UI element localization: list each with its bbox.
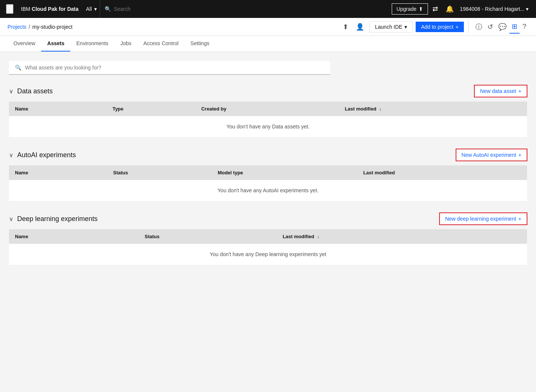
connect-icon: ⇄ — [432, 5, 438, 13]
add-to-project-label: Add to project — [421, 24, 453, 30]
comments-button[interactable]: 💬 — [496, 21, 509, 33]
connect-icon-button[interactable]: ⇄ — [429, 2, 441, 16]
autoai-col-status[interactable]: Status — [107, 165, 212, 180]
tabs-navigation: Overview Assets Environments Jobs Access… — [0, 36, 536, 52]
new-autoai-experiment-button[interactable]: New AutoAI experiment + — [456, 149, 527, 161]
data-assets-col-name[interactable]: Name — [9, 102, 107, 116]
assets-search-input[interactable] — [25, 65, 324, 71]
hamburger-icon: ☰ — [7, 5, 13, 13]
comment-icon: 💬 — [498, 23, 506, 31]
new-autoai-label: New AutoAI experiment — [462, 152, 516, 158]
autoai-empty-message: You don't have any AutoAI experiments ye… — [9, 180, 527, 201]
autoai-col-last-modified[interactable]: Last modified — [357, 165, 527, 180]
tab-settings[interactable]: Settings — [185, 36, 216, 52]
data-assets-col-last-modified[interactable]: Last modified ↓ — [339, 102, 527, 116]
deep-learning-collapse-icon[interactable]: ∨ — [9, 215, 13, 223]
project-name-breadcrumb: my-studio-project — [32, 24, 72, 30]
sort-icon-deep: ↓ — [317, 234, 319, 239]
deep-learning-col-name[interactable]: Name — [9, 229, 139, 244]
data-assets-empty-message: You don't have any Data assets yet. — [9, 116, 527, 137]
help-icon: ? — [523, 23, 526, 31]
all-menu[interactable]: All ▾ — [83, 0, 100, 18]
launch-ide-label: Launch IDE — [375, 24, 402, 30]
autoai-col-name[interactable]: Name — [9, 165, 107, 180]
launch-ide-button[interactable]: Launch IDE ▾ — [369, 21, 413, 32]
deep-learning-empty-row: You don't have any Deep learning experim… — [9, 244, 527, 265]
data-assets-collapse-icon[interactable]: ∨ — [9, 88, 13, 95]
global-search[interactable]: 🔍 — [105, 6, 387, 12]
autoai-section-title: AutoAI experiments — [17, 151, 76, 159]
data-assets-title-area: ∨ Data assets — [9, 87, 53, 95]
history-button[interactable]: ↺ — [485, 21, 495, 33]
launch-ide-chevron-icon: ▾ — [404, 24, 407, 30]
history-icon: ↺ — [487, 23, 493, 31]
grid-icon: ⊞ — [512, 22, 517, 31]
user-label-text: 1984008 - Richard Hagart... — [460, 6, 524, 12]
tab-overview[interactable]: Overview — [7, 36, 41, 52]
search-icon: 🔍 — [105, 6, 111, 12]
all-chevron-icon: ▾ — [94, 6, 97, 12]
upload-button[interactable]: ⬆ — [341, 21, 351, 33]
deep-learning-empty-message: You don't have any Deep learning experim… — [9, 244, 527, 265]
new-autoai-plus-icon: + — [518, 152, 521, 158]
tab-access-control[interactable]: Access Control — [137, 36, 184, 52]
new-data-asset-plus-icon: + — [518, 88, 521, 94]
data-assets-section-title: Data assets — [17, 87, 53, 95]
deep-learning-section: ∨ Deep learning experiments New deep lea… — [9, 213, 527, 265]
data-assets-col-created-by[interactable]: Created by — [195, 102, 339, 116]
autoai-title-area: ∨ AutoAI experiments — [9, 151, 76, 159]
autoai-table-header-row: Name Status Model type Last modified — [9, 165, 527, 180]
deep-learning-col-status[interactable]: Status — [139, 229, 277, 244]
autoai-empty-row: You don't have any AutoAI experiments ye… — [9, 180, 527, 201]
all-label: All — [86, 6, 92, 12]
bell-icon: 🔔 — [446, 5, 454, 13]
brand-name: IBM Cloud Pak for Data — [21, 6, 78, 12]
add-collaborator-button[interactable]: 👤 — [354, 21, 366, 33]
upgrade-button[interactable]: Upgrade ⬆ — [392, 3, 428, 15]
sub-nav-actions: ⬆ 👤 Launch IDE ▾ Add to project + — [341, 21, 464, 33]
new-deep-learning-label: New deep learning experiment — [445, 216, 516, 222]
hamburger-menu-button[interactable]: ☰ — [6, 4, 13, 14]
tab-environments[interactable]: Environments — [70, 36, 114, 52]
data-assets-empty-row: You don't have any Data assets yet. — [9, 116, 527, 137]
add-to-project-button[interactable]: Add to project + — [416, 22, 464, 32]
notifications-button[interactable]: 🔔 — [443, 2, 457, 16]
data-assets-section: ∨ Data assets New data asset + Name Type… — [9, 85, 527, 137]
tab-jobs[interactable]: Jobs — [114, 36, 138, 52]
autoai-col-model-type[interactable]: Model type — [212, 165, 357, 180]
sub-navigation: Projects / my-studio-project ⬆ 👤 Launch … — [0, 18, 536, 36]
view-toggle-button[interactable]: ⊞ — [509, 20, 520, 34]
data-assets-table: Name Type Created by Last modified ↓ You… — [9, 102, 527, 137]
deep-learning-section-title: Deep learning experiments — [17, 215, 98, 223]
user-menu[interactable]: 1984008 - Richard Hagart... ▾ — [458, 6, 530, 12]
sort-icon: ↓ — [379, 106, 382, 112]
assets-search-bar[interactable]: 🔍 — [9, 61, 330, 75]
user-chevron-icon: ▾ — [526, 6, 529, 12]
projects-breadcrumb-link[interactable]: Projects — [7, 24, 27, 30]
search-input[interactable] — [114, 6, 387, 12]
deep-learning-col-last-modified[interactable]: Last modified ↓ — [277, 229, 527, 244]
deep-learning-title-area: ∨ Deep learning experiments — [9, 215, 98, 223]
data-assets-col-type[interactable]: Type — [107, 102, 195, 116]
main-content: 🔍 ∨ Data assets New data asset + Name Ty… — [0, 52, 536, 390]
breadcrumb: Projects / my-studio-project — [7, 24, 336, 30]
data-assets-section-header: ∨ Data assets New data asset + — [9, 85, 527, 97]
upgrade-label: Upgrade — [397, 6, 417, 12]
help-button[interactable]: ? — [520, 21, 529, 33]
deep-learning-table: Name Status Last modified ↓ You don't ha… — [9, 229, 527, 265]
add-to-project-plus-icon: + — [456, 24, 459, 30]
add-user-icon: 👤 — [356, 23, 364, 31]
tab-assets[interactable]: Assets — [41, 36, 70, 52]
upload-icon: ⬆ — [343, 23, 348, 31]
info-button[interactable]: ⓘ — [473, 20, 484, 34]
upgrade-icon: ⬆ — [419, 6, 423, 12]
info-icon: ⓘ — [475, 22, 482, 31]
top-nav-right-area: Upgrade ⬆ ⇄ 🔔 1984008 - Richard Hagart..… — [392, 2, 530, 16]
autoai-collapse-icon[interactable]: ∨ — [9, 152, 13, 159]
autoai-experiments-table: Name Status Model type Last modified You… — [9, 165, 527, 201]
autoai-experiments-section: ∨ AutoAI experiments New AutoAI experime… — [9, 149, 527, 201]
new-deep-learning-experiment-button[interactable]: New deep learning experiment + — [440, 213, 527, 225]
new-deep-learning-plus-icon: + — [518, 216, 521, 222]
sub-nav-right-icons: ⓘ ↺ 💬 ⊞ ? — [468, 20, 529, 34]
new-data-asset-button[interactable]: New data asset + — [474, 85, 527, 97]
